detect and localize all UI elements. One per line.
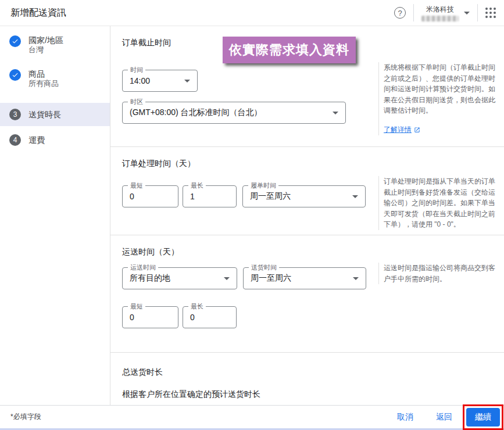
field-label: 运送时间 bbox=[128, 264, 158, 271]
account-id-masked bbox=[421, 16, 459, 21]
field-label: 时间 bbox=[128, 66, 145, 73]
account-name: 米洛科技 bbox=[421, 5, 459, 15]
field-value: 所有目的地 bbox=[130, 273, 170, 284]
handling-max-input[interactable]: 最长 1 bbox=[183, 185, 237, 207]
account-switcher[interactable]: 米洛科技 bbox=[421, 5, 459, 21]
dropdown-arrow-icon bbox=[353, 277, 359, 280]
help-panel: 运送时间是指运输公司将商品交到客户手中所需的时间。 bbox=[378, 263, 499, 284]
page-title: 新增配送資訊 bbox=[10, 7, 66, 19]
chevron-down-icon[interactable] bbox=[464, 12, 470, 15]
field-value: 0 bbox=[190, 313, 195, 322]
fulfillment-days-select[interactable]: 履单时间 周一至周六 bbox=[242, 185, 366, 207]
learn-more-link[interactable]: 了解详情 bbox=[384, 124, 420, 135]
dropdown-arrow-icon bbox=[224, 277, 230, 280]
cancel-button[interactable]: 取消 bbox=[397, 412, 413, 422]
help-text: 订单处理时间是指从下单当天的订单截止时间到备好货准备发运（交给运输公司）之间的时… bbox=[384, 176, 497, 230]
field-label: 最长 bbox=[188, 182, 206, 189]
red-highlight-annotation: 繼續 bbox=[463, 404, 503, 430]
body: 國家/地區 台灣 商品 所有商品 3 送貨時長 4 運費 bbox=[0, 26, 504, 405]
transit-max-input[interactable]: 最长 0 bbox=[183, 306, 237, 328]
section-transit-time: 运送时间（天） 运送时间 所有目的地 送货时间 周一至周六 bbox=[110, 235, 504, 353]
field-label: 最短 bbox=[128, 182, 145, 189]
stepper-sidebar: 國家/地區 台灣 商品 所有商品 3 送貨時長 4 運費 bbox=[0, 26, 110, 405]
dropdown-arrow-icon bbox=[352, 195, 358, 198]
transit-min-input[interactable]: 最短 0 bbox=[122, 306, 178, 328]
field-label: 时区 bbox=[128, 98, 145, 105]
header-actions: ? 米洛科技 bbox=[394, 4, 496, 21]
section-handling-time: 订单处理时间（天） 最短 0 最长 1 履单时间 周一至周六 bbox=[110, 147, 504, 235]
step-label: 送貨時長 bbox=[28, 110, 61, 119]
field-value: 周一至周六 bbox=[250, 191, 291, 202]
apps-grid-icon[interactable] bbox=[485, 8, 496, 18]
help-panel: 订单处理时间是指从下单当天的订单截止时间到备好货准备发运（交给运输公司）之间的时… bbox=[378, 176, 499, 230]
field-label: 履单时间 bbox=[248, 182, 278, 189]
step-label: 商品 bbox=[28, 69, 59, 78]
handling-min-input[interactable]: 最短 0 bbox=[122, 185, 178, 207]
help-icon[interactable]: ? bbox=[394, 7, 406, 19]
step-label: 運費 bbox=[28, 135, 45, 145]
field-label: 送货时间 bbox=[249, 264, 279, 271]
step-number-icon: 4 bbox=[9, 134, 21, 146]
dropdown-arrow-icon bbox=[333, 112, 338, 114]
field-value: 1 bbox=[190, 192, 195, 201]
field-value: 周一至周六 bbox=[251, 273, 291, 284]
divider bbox=[477, 4, 478, 21]
divider bbox=[413, 4, 414, 21]
step-number-icon: 3 bbox=[9, 109, 21, 120]
field-value: 0 bbox=[130, 313, 134, 322]
sidebar-step-delivery-time[interactable]: 3 送貨時長 bbox=[0, 103, 110, 126]
required-fields-note: *必填字段 bbox=[10, 412, 41, 422]
delivery-days-select[interactable]: 送货时间 周一至周六 bbox=[243, 267, 366, 289]
transit-destination-select[interactable]: 运送时间 所有目的地 bbox=[122, 267, 237, 289]
time-select[interactable]: 时间 14:00 bbox=[122, 70, 198, 92]
field-value: 0 bbox=[130, 192, 134, 201]
main-content: 订单截止时间 时间 14:00 时区 (GMT+08:00) 台北标准时间（台北… bbox=[110, 26, 504, 405]
instruction-annotation: 依實際需求填入資料 bbox=[223, 37, 356, 63]
dropdown-arrow-icon bbox=[184, 80, 190, 83]
field-value: (GMT+08:00) 台北标准时间（台北） bbox=[130, 107, 262, 118]
back-button[interactable]: 返回 bbox=[436, 412, 452, 422]
section-title: 订单处理时间（天） bbox=[122, 159, 378, 169]
step-sublabel: 所有商品 bbox=[28, 79, 59, 88]
continue-button[interactable]: 繼續 bbox=[466, 408, 500, 427]
header: 新增配送資訊 ? 米洛科技 bbox=[0, 0, 504, 26]
timezone-select[interactable]: 时区 (GMT+08:00) 台北标准时间（台北） bbox=[122, 102, 346, 124]
help-text: 系统将根据下单时间（订单截止时间之前或之后）、您提供的订单处理时间和运送时间计算… bbox=[384, 62, 497, 116]
external-link-icon bbox=[414, 127, 420, 133]
sidebar-step-shipping-cost[interactable]: 4 運費 bbox=[0, 134, 110, 146]
sidebar-step-products[interactable]: 商品 所有商品 bbox=[0, 69, 110, 88]
field-value: 14:00 bbox=[130, 76, 150, 85]
section-title: 运送时间（天） bbox=[122, 247, 378, 257]
section-total-delivery-time: 总送货时长 根据客户所在位置确定的预计送货时长 bbox=[110, 353, 504, 405]
help-text: 运送时间是指运输公司将商品交到客户手中所需的时间。 bbox=[384, 263, 497, 284]
step-label: 國家/地區 bbox=[28, 35, 63, 45]
field-label: 最短 bbox=[128, 303, 145, 310]
sidebar-step-country[interactable]: 國家/地區 台灣 bbox=[0, 35, 110, 54]
footer-bar: *必填字段 取消 返回 繼續 bbox=[0, 405, 504, 428]
check-icon bbox=[9, 69, 21, 81]
field-label: 最长 bbox=[188, 303, 206, 310]
check-icon bbox=[9, 35, 21, 47]
total-delivery-description: 根据客户所在位置确定的预计送货时长 bbox=[122, 389, 499, 400]
help-panel: 系统将根据下单时间（订单截止时间之前或之后）、您提供的订单处理时间和运送时间计算… bbox=[378, 62, 499, 135]
section-title: 总送货时长 bbox=[122, 367, 499, 377]
add-shipping-info-page: 新增配送資訊 ? 米洛科技 國家/地區 台灣 bbox=[0, 0, 504, 430]
step-sublabel: 台灣 bbox=[28, 45, 63, 54]
